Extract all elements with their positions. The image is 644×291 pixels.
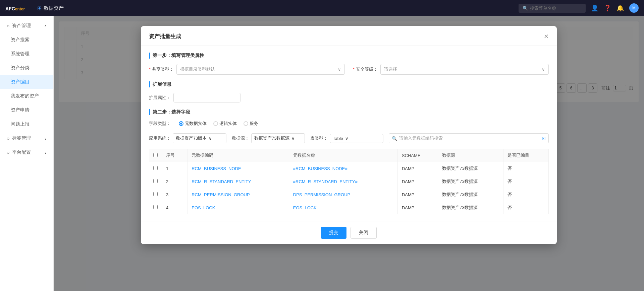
col-schema: SCHAME [397, 149, 438, 162]
row-cataloged: 否 [503, 201, 549, 214]
code-search-box[interactable]: 🔍 请输入元数据编码搜索 ⊡ [389, 133, 549, 143]
nav-search-input[interactable] [530, 6, 580, 11]
modal-title: 资产批量生成 [149, 33, 181, 40]
help-icon[interactable]: ❓ [604, 4, 611, 12]
step2-title: 第二步：选择字段 [149, 109, 549, 115]
share-type-select[interactable]: 根据目录类型默认 ∨ [176, 64, 345, 75]
row-code[interactable]: RCM_BUSINESS_NODE [187, 162, 289, 175]
app-system-select[interactable]: 数据资产73版本 ∨ [173, 133, 226, 143]
sidebar-item-label: 问题上报 [11, 121, 30, 127]
radio-dot [244, 121, 248, 126]
step1-form-row: 共享类型： 根据目录类型默认 ∨ 安全等级： 请选择 ∨ [149, 64, 549, 75]
row-code[interactable]: RCM_PERMISSION_GROUP [187, 188, 289, 201]
sidebar-item-label: 资产管理 [12, 23, 31, 29]
nav-search[interactable]: 🔍 [519, 4, 586, 13]
tag-icon: ○ [7, 136, 9, 141]
row-checkbox[interactable] [153, 166, 158, 170]
sidebar-item-tag-management[interactable]: ○ 标签管理 ∨ [0, 131, 53, 145]
col-name: 元数据名称 [289, 149, 397, 162]
sidebar-item-asset-management[interactable]: ○ 资产管理 ∧ [0, 19, 53, 33]
radio-label: 服务 [250, 121, 258, 127]
row-code[interactable]: EOS_LOCK [187, 201, 289, 214]
row-source: 数据资产73数据源 [438, 201, 503, 214]
row-source: 数据资产73数据源 [438, 188, 503, 201]
sidebar-item-label: 我发布的资产 [11, 93, 39, 99]
avatar[interactable]: M [629, 3, 639, 13]
chevron-down-icon: ∨ [338, 67, 341, 72]
col-code: 元数据编码 [187, 149, 289, 162]
ext-attr-input[interactable] [173, 93, 240, 102]
field-type-row: 字段类型： 元数据实体 逻辑实体 服务 [149, 121, 549, 127]
table-row: 3 RCM_PERMISSION_GROUP DPS_PERMISSION_GR… [149, 188, 549, 201]
step1-title: 第一步：填写管理类属性 [149, 53, 549, 59]
sidebar-item-label: 资产申请 [11, 107, 30, 113]
select-all-checkbox[interactable] [153, 153, 158, 157]
sidebar-item-label: 资产搜索 [11, 37, 30, 43]
sidebar-item-system-management[interactable]: 系统管理 [0, 47, 53, 61]
ext-attr-item: 扩展属性： [149, 93, 549, 102]
row-name[interactable]: EOS_LOCK [289, 201, 397, 214]
row-schema: DAMP [397, 188, 438, 201]
sidebar: ○ 资产管理 ∧ 资产搜索 系统管理 资产分类 资产编目 我发布的资产 资产申请… [0, 16, 54, 291]
nav-title: ⊞ 数据资产 [37, 5, 64, 11]
security-level-label: 安全等级： [353, 66, 378, 72]
security-level-select[interactable]: 请选择 ∨ [380, 64, 549, 75]
security-level-item: 安全等级： 请选择 ∨ [353, 64, 549, 75]
table-type-select[interactable]: Table ∨ [330, 134, 383, 143]
user-icon[interactable]: 👤 [591, 4, 598, 12]
platform-icon: ○ [7, 150, 9, 155]
radio-meta-entity[interactable]: 元数据实体 [179, 121, 207, 127]
batch-generate-modal: 资产批量生成 ✕ 第一步：填写管理类属性 共享类型： 根据目录类型默认 ∨ 安全… [141, 26, 557, 244]
sidebar-item-my-published[interactable]: 我发布的资产 [0, 89, 53, 103]
bell-icon[interactable]: 🔔 [616, 4, 624, 12]
sidebar-item-asset-search[interactable]: 资产搜索 [0, 33, 53, 47]
row-seq: 3 [162, 188, 187, 201]
row-checkbox-cell[interactable] [149, 162, 162, 175]
sidebar-item-platform-config[interactable]: ○ 平台配置 ∨ [0, 145, 53, 159]
data-source-select[interactable]: 数据资产73数据源 ∨ [251, 133, 305, 143]
top-right-area: 🔍 👤 ❓ 🔔 M [519, 3, 639, 13]
sidebar-item-label: 标签管理 [12, 135, 31, 141]
table-header-row: 序号 元数据编码 元数据名称 SCHAME 数据源 是否已编目 [149, 149, 549, 162]
security-level-value: 请选择 [384, 66, 397, 72]
row-checkbox-cell[interactable] [149, 201, 162, 214]
row-name[interactable]: #RCM_R_STANDARD_ENTITY# [289, 175, 397, 188]
radio-logic-entity[interactable]: 逻辑实体 [213, 121, 237, 127]
row-name[interactable]: DPS_PERMISSION_GROUP [289, 188, 397, 201]
asset-management-icon: ○ [7, 23, 9, 28]
row-cataloged: 否 [503, 162, 549, 175]
row-checkbox-cell[interactable] [149, 175, 162, 188]
chevron-icon: ∧ [44, 24, 47, 28]
row-name[interactable]: #RCM_BUSINESS_NODE# [289, 162, 397, 175]
submit-button[interactable]: 提交 [321, 227, 346, 239]
top-navigation: AFCenter ⊞ 数据资产 🔍 👤 ❓ 🔔 M [0, 0, 644, 16]
row-cataloged: 否 [503, 188, 549, 201]
table-type-value: Table [333, 136, 343, 141]
chevron-icon: ∨ [44, 137, 47, 140]
modal-footer: 提交 关闭 [141, 221, 557, 244]
search-placeholder: 请输入元数据编码搜索 [399, 135, 443, 141]
sidebar-item-asset-application[interactable]: 资产申请 [0, 103, 53, 117]
select-all-header[interactable] [149, 149, 162, 162]
ext-info-title: 扩展信息 [149, 81, 549, 87]
table-type-label: 表类型： [310, 135, 328, 141]
sidebar-item-issue-report[interactable]: 问题上报 [0, 117, 53, 131]
row-code[interactable]: RCM_R_STANDARD_ENTITY [187, 175, 289, 188]
row-checkbox[interactable] [153, 205, 158, 209]
row-checkbox[interactable] [153, 179, 158, 183]
close-button[interactable]: ✕ [544, 33, 549, 40]
row-checkbox[interactable] [153, 192, 158, 196]
row-schema: DAMP [397, 162, 438, 175]
chevron-down-icon: ∨ [291, 136, 295, 141]
radio-service[interactable]: 服务 [244, 121, 258, 127]
row-seq: 2 [162, 175, 187, 188]
table-row: 4 EOS_LOCK EOS_LOCK DAMP 数据资产73数据源 否 [149, 201, 549, 214]
data-source-value: 数据资产73数据源 [254, 135, 289, 141]
row-checkbox-cell[interactable] [149, 188, 162, 201]
cancel-button[interactable]: 关闭 [351, 227, 377, 239]
nav-icons: 👤 ❓ 🔔 M [591, 3, 639, 13]
sidebar-item-asset-item[interactable]: 资产编目 [0, 75, 53, 89]
modal-body: 第一步：填写管理类属性 共享类型： 根据目录类型默认 ∨ 安全等级： 请选择 ∨ [141, 46, 557, 221]
chevron-icon: ∨ [44, 151, 47, 154]
sidebar-item-asset-classification[interactable]: 资产分类 [0, 61, 53, 75]
